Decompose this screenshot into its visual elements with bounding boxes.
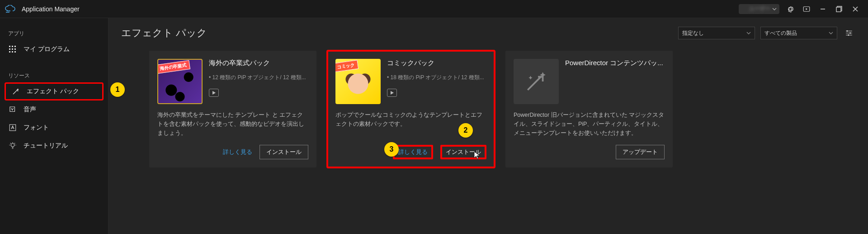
filter-settings-button[interactable]	[843, 27, 855, 39]
pack-description: 海外の卒業式をテーマにした テンプレート と エフェクトを含む素材パックを使って…	[157, 110, 308, 139]
pack-card: コミック コミックパック • 18 種類の PiP オブジェクト/ 12 種類.…	[327, 51, 495, 167]
svg-rect-5	[14, 46, 16, 47]
svg-rect-9	[9, 51, 10, 53]
pack-thumbnail[interactable]: 海外の卒業式	[157, 59, 203, 104]
pack-subtitle: • 12 種類の PiP オブジェクト/ 12 種類...	[209, 74, 308, 81]
pack-description: PowerDirector 旧バージョンに含まれていた マジックスタイル、スライ…	[514, 110, 665, 139]
pack-title: PowerDirector コンテンツパッ...	[565, 59, 665, 67]
sliders-icon	[845, 29, 853, 37]
chevron-down-icon	[772, 7, 777, 11]
preview-button[interactable]	[209, 89, 219, 97]
content-area: エフェクト パック 指定なし すべての製品	[108, 18, 868, 234]
sidebar-section-resources: リソース	[0, 68, 108, 82]
close-icon	[852, 6, 859, 12]
filter-category-select[interactable]: 指定なし	[678, 27, 755, 39]
svg-point-13	[11, 143, 14, 147]
settings-button[interactable]	[782, 1, 798, 17]
font-icon	[8, 123, 17, 132]
thumbnail-ribbon: 海外の卒業式	[157, 60, 190, 74]
svg-rect-8	[14, 48, 16, 50]
preview-button[interactable]	[387, 89, 397, 97]
sidebar-item-my-programs[interactable]: マイ プログラム	[0, 40, 108, 58]
user-label: ユーザー	[749, 5, 770, 13]
video-button[interactable]	[798, 1, 815, 17]
callout-1: 1	[110, 82, 125, 97]
gear-icon	[786, 5, 794, 13]
select-value: 指定なし	[682, 29, 704, 37]
svg-rect-3	[9, 46, 10, 47]
lightbulb-icon	[8, 141, 17, 150]
chevron-down-icon	[746, 31, 751, 35]
learn-more-link[interactable]: 詳しく見る	[223, 148, 252, 156]
app-title: Application Manager	[22, 5, 80, 13]
svg-rect-15	[850, 33, 851, 34]
svg-rect-11	[14, 51, 16, 53]
close-button[interactable]	[847, 1, 863, 17]
svg-rect-6	[9, 48, 10, 50]
select-value: すべての製品	[764, 29, 797, 37]
wand-icon	[525, 70, 547, 93]
pack-thumbnail[interactable]	[514, 59, 559, 104]
play-icon	[212, 91, 216, 95]
callout-2: 2	[458, 123, 473, 138]
card-grid: 海外の卒業式 海外の卒業式パック • 12 種類の PiP オブジェクト/ 12…	[108, 48, 868, 180]
sidebar-section-apps: アプリ	[0, 26, 108, 40]
svg-rect-2	[836, 7, 841, 12]
video-play-icon	[802, 5, 811, 13]
sidebar-item-audio[interactable]: 音声	[0, 100, 108, 119]
cursor-icon	[474, 151, 480, 159]
page-title: エフェクト パック	[121, 26, 673, 40]
sidebar-item-fonts[interactable]: フォント	[0, 119, 108, 137]
svg-rect-14	[847, 30, 848, 32]
maximize-button[interactable]	[831, 1, 847, 17]
pack-card: 海外の卒業式 海外の卒業式パック • 12 種類の PiP オブジェクト/ 12…	[149, 51, 316, 167]
update-button[interactable]: アップデート	[616, 145, 665, 159]
grid-icon	[8, 45, 17, 54]
thumbnail-ribbon: コミック	[335, 60, 359, 72]
audio-icon	[8, 105, 17, 114]
sidebar: アプリ マイ プログラム リソース エフェクト パック 1 音声	[0, 18, 108, 234]
filter-product-select[interactable]: すべての製品	[760, 27, 837, 39]
pack-subtitle: • 18 種類の PiP オブジェクト/ 12 種類...	[387, 74, 486, 81]
sidebar-item-label: 音声	[24, 105, 36, 114]
titlebar: Application Manager ユーザー	[0, 0, 868, 18]
sidebar-item-label: チュートリアル	[24, 142, 68, 150]
chevron-down-icon	[829, 31, 833, 35]
svg-rect-16	[848, 34, 849, 36]
svg-rect-7	[12, 48, 13, 50]
sidebar-item-effect-packs[interactable]: エフェクト パック	[5, 82, 104, 100]
maximize-icon	[836, 6, 842, 12]
minimize-icon	[820, 6, 826, 12]
sidebar-item-label: マイ プログラム	[24, 45, 70, 53]
sidebar-item-label: エフェクト パック	[27, 87, 79, 96]
callout-3: 3	[384, 142, 399, 157]
sidebar-item-tutorials[interactable]: チュートリアル	[0, 137, 108, 155]
app-logo-icon	[5, 5, 17, 14]
svg-rect-4	[12, 46, 13, 47]
pack-thumbnail[interactable]: コミック	[335, 59, 381, 104]
content-header: エフェクト パック 指定なし すべての製品	[108, 18, 868, 48]
user-menu[interactable]: ユーザー	[739, 4, 779, 14]
wand-icon	[11, 87, 20, 96]
learn-more-link[interactable]: 詳しく見る	[393, 145, 433, 159]
pack-title: コミックパック	[387, 59, 486, 67]
install-button[interactable]: インストール	[259, 145, 308, 159]
pack-title: 海外の卒業式パック	[209, 59, 308, 67]
play-icon	[390, 91, 394, 95]
sidebar-item-label: フォント	[24, 124, 49, 132]
svg-rect-10	[12, 51, 13, 53]
pack-card: PowerDirector コンテンツパッ... PowerDirector 旧…	[505, 51, 673, 167]
minimize-button[interactable]	[815, 1, 831, 17]
